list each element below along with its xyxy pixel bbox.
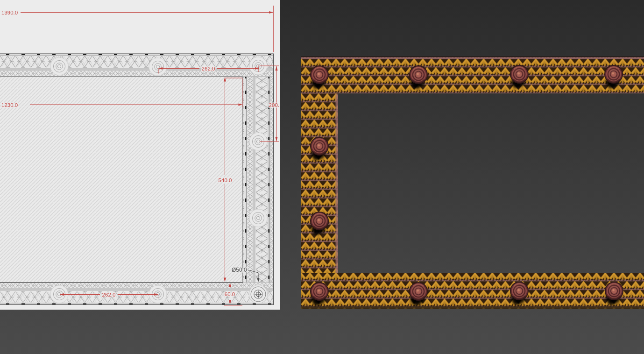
svg-text:200.: 200. <box>269 102 279 108</box>
svg-text:262.0: 262.0 <box>102 292 116 297</box>
svg-text:540.0: 540.0 <box>219 177 232 183</box>
svg-text:262.0: 262.0 <box>202 66 215 71</box>
svg-text:60.0: 60.0 <box>225 291 235 297</box>
svg-text:1390.0: 1390.0 <box>1 10 18 15</box>
svg-text:Ø50.0: Ø50.0 <box>232 267 247 273</box>
svg-text:1230.0: 1230.0 <box>1 102 18 108</box>
